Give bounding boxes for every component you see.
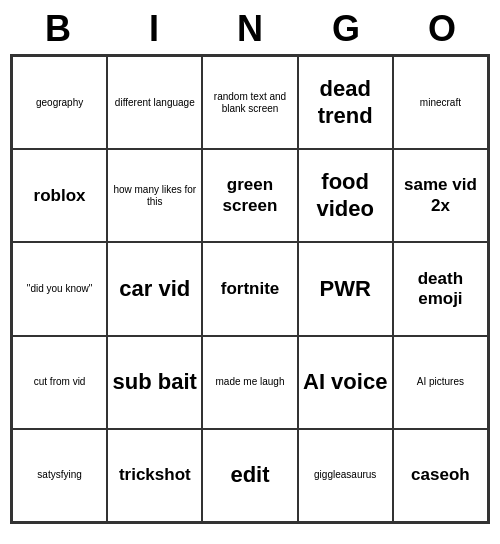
bingo-cell-23[interactable]: giggleasaurus bbox=[298, 429, 393, 522]
bingo-cell-20[interactable]: satysfying bbox=[12, 429, 107, 522]
bingo-cell-9[interactable]: same vid 2x bbox=[393, 149, 488, 242]
bingo-cell-16[interactable]: sub bait bbox=[107, 336, 202, 429]
bingo-cell-19[interactable]: AI pictures bbox=[393, 336, 488, 429]
bingo-letter: I bbox=[110, 8, 198, 50]
bingo-cell-14[interactable]: death emoji bbox=[393, 242, 488, 335]
bingo-cell-0[interactable]: geography bbox=[12, 56, 107, 149]
bingo-cell-10[interactable]: "did you know" bbox=[12, 242, 107, 335]
bingo-letter: N bbox=[206, 8, 294, 50]
bingo-cell-11[interactable]: car vid bbox=[107, 242, 202, 335]
bingo-letter: G bbox=[302, 8, 390, 50]
bingo-cell-15[interactable]: cut from vid bbox=[12, 336, 107, 429]
bingo-cell-12[interactable]: fortnite bbox=[202, 242, 297, 335]
bingo-header: BINGO bbox=[10, 0, 490, 54]
bingo-cell-8[interactable]: food video bbox=[298, 149, 393, 242]
bingo-letter: B bbox=[14, 8, 102, 50]
bingo-cell-3[interactable]: dead trend bbox=[298, 56, 393, 149]
bingo-cell-24[interactable]: caseoh bbox=[393, 429, 488, 522]
bingo-cell-5[interactable]: roblox bbox=[12, 149, 107, 242]
bingo-cell-1[interactable]: different language bbox=[107, 56, 202, 149]
bingo-cell-22[interactable]: edit bbox=[202, 429, 297, 522]
bingo-cell-4[interactable]: minecraft bbox=[393, 56, 488, 149]
bingo-grid: geographydifferent languagerandom text a… bbox=[10, 54, 490, 524]
bingo-letter: O bbox=[398, 8, 486, 50]
bingo-cell-17[interactable]: made me laugh bbox=[202, 336, 297, 429]
bingo-cell-2[interactable]: random text and blank screen bbox=[202, 56, 297, 149]
bingo-cell-6[interactable]: how many likes for this bbox=[107, 149, 202, 242]
bingo-cell-7[interactable]: green screen bbox=[202, 149, 297, 242]
bingo-cell-18[interactable]: AI voice bbox=[298, 336, 393, 429]
bingo-cell-21[interactable]: trickshot bbox=[107, 429, 202, 522]
bingo-cell-13[interactable]: PWR bbox=[298, 242, 393, 335]
